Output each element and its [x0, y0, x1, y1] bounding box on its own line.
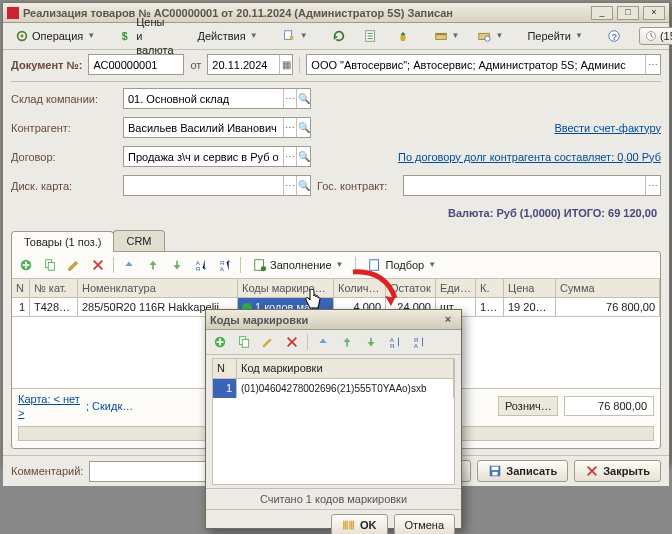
- modal-cell-n[interactable]: 1: [213, 379, 237, 398]
- col-sum[interactable]: Сумма: [556, 279, 660, 298]
- modal-edit-button[interactable]: [259, 333, 277, 351]
- col-n[interactable]: N: [12, 279, 30, 298]
- card-field[interactable]: ⋯ 🔍: [123, 175, 311, 196]
- tab-crm[interactable]: CRM: [113, 230, 164, 251]
- open-icon[interactable]: 🔍: [296, 89, 310, 108]
- org-field[interactable]: ⋯: [306, 54, 661, 75]
- warehouse-field[interactable]: ⋯ 🔍: [123, 88, 311, 109]
- modal-close-button[interactable]: ×: [439, 313, 457, 327]
- doc-date-input[interactable]: [208, 56, 279, 73]
- modal-cell-code[interactable]: (01)04604278002696(21)555T0YAAo)sxb: [237, 379, 454, 398]
- cell-disc[interactable]: ; Скидк…: [86, 399, 133, 413]
- debt-link[interactable]: По договору долг контрагента составляет:…: [398, 150, 661, 164]
- modal-cancel-button[interactable]: Отмена: [394, 514, 455, 534]
- contractor-field[interactable]: ⋯ 🔍: [123, 117, 311, 138]
- modal-ok-button[interactable]: OK: [331, 514, 388, 534]
- contract-input[interactable]: [124, 148, 283, 165]
- open-icon[interactable]: 🔍: [296, 176, 310, 195]
- move-down-button[interactable]: [168, 256, 186, 274]
- contractor-input[interactable]: [124, 119, 283, 136]
- calendar-icon[interactable]: ▦: [279, 55, 292, 74]
- move-up-button[interactable]: [144, 256, 162, 274]
- col-rest[interactable]: Остаток: [386, 279, 436, 298]
- more-icon[interactable]: ⋯: [645, 55, 660, 74]
- col-marks[interactable]: Коды маркировки: [238, 279, 334, 298]
- cell-cat[interactable]: T4284…: [30, 298, 78, 317]
- copy-row-button[interactable]: [41, 256, 59, 274]
- app-icon: [7, 7, 19, 19]
- gos-field[interactable]: ⋯: [403, 175, 661, 196]
- modal-sort-desc-button[interactable]: ЯА: [410, 333, 428, 351]
- actions-button[interactable]: Действия▼: [192, 26, 264, 46]
- delete-icon: [285, 335, 299, 349]
- open-icon[interactable]: 🔍: [296, 147, 310, 166]
- save-button[interactable]: Записать: [477, 460, 568, 482]
- delete-row-button[interactable]: [89, 256, 107, 274]
- cell-price[interactable]: 19 200…: [504, 298, 556, 317]
- modal-top-button[interactable]: [314, 333, 332, 351]
- operation-button[interactable]: Операция▼: [9, 26, 101, 46]
- col-unit[interactable]: Един…: [436, 279, 476, 298]
- more-icon[interactable]: ⋯: [283, 176, 297, 195]
- edit-row-button[interactable]: [65, 256, 83, 274]
- goto-button[interactable]: Перейти▼: [521, 26, 589, 46]
- col-k[interactable]: К.: [476, 279, 504, 298]
- add-icon: [19, 258, 33, 272]
- modal-add-button[interactable]: [211, 333, 229, 351]
- more-icon[interactable]: ⋯: [645, 176, 660, 195]
- modal-up-button[interactable]: [338, 333, 356, 351]
- pick-button[interactable]: Подбор▼: [362, 255, 442, 275]
- doc-num-field[interactable]: [88, 54, 184, 75]
- doc-num-input[interactable]: [89, 56, 183, 73]
- modal-delete-button[interactable]: [283, 333, 301, 351]
- clock-display[interactable]: (15:05:11)▼: [639, 27, 672, 45]
- cell-n[interactable]: 1: [12, 298, 30, 317]
- tab-goods[interactable]: Товары (1 поз.): [11, 231, 114, 252]
- help-button[interactable]: ?: [601, 26, 627, 46]
- contract-field[interactable]: ⋯ 🔍: [123, 146, 311, 167]
- modal-copy-button[interactable]: [235, 333, 253, 351]
- modal-col-n[interactable]: N: [213, 359, 237, 378]
- sort-desc-button[interactable]: ЯА: [216, 256, 234, 274]
- modal-title: Коды маркировки: [210, 313, 435, 327]
- warehouse-input[interactable]: [124, 90, 283, 107]
- more-icon[interactable]: ⋯: [283, 118, 297, 137]
- col-cat[interactable]: № кат.: [30, 279, 78, 298]
- doc-number-row: Документ №: от ▦ ⋯: [3, 50, 669, 79]
- more-icon[interactable]: ⋯: [283, 89, 297, 108]
- fill-button[interactable]: Заполнение▼: [247, 255, 349, 275]
- col-nom[interactable]: Номенклатура: [78, 279, 238, 298]
- doc-date-field[interactable]: ▦: [207, 54, 293, 75]
- maximize-button[interactable]: □: [617, 6, 639, 20]
- more-icon[interactable]: ⋯: [283, 147, 297, 166]
- svg-text:$: $: [122, 30, 128, 42]
- new-split-button[interactable]: ▼: [276, 26, 314, 46]
- gos-input[interactable]: [404, 177, 645, 194]
- col-qty[interactable]: Количе…: [334, 279, 386, 298]
- cell-sum[interactable]: 76 800,00: [556, 298, 660, 317]
- move-top-button[interactable]: [120, 256, 138, 274]
- separator: [307, 334, 308, 350]
- modal-down-button[interactable]: [362, 333, 380, 351]
- minimize-button[interactable]: _: [591, 6, 613, 20]
- modal-row[interactable]: 1 (01)04604278002696(21)555T0YAAo)sxb: [213, 379, 454, 398]
- drawer2-button[interactable]: ▼: [471, 26, 509, 46]
- sort-asc-button[interactable]: АЯ: [192, 256, 210, 274]
- refresh-button[interactable]: [326, 26, 352, 46]
- close-button[interactable]: Закрыть: [574, 460, 661, 482]
- open-icon[interactable]: 🔍: [296, 118, 310, 137]
- report-button[interactable]: [358, 26, 384, 46]
- drawer1-button[interactable]: ▼: [428, 26, 466, 46]
- modal-col-code[interactable]: Код маркировки: [237, 359, 454, 378]
- cell-card[interactable]: Карта: < нет >: [18, 392, 80, 420]
- add-row-button[interactable]: [17, 256, 35, 274]
- org-input[interactable]: [307, 56, 644, 73]
- close-button[interactable]: ×: [643, 6, 665, 20]
- invoice-link[interactable]: Ввести счет-фактуру: [554, 121, 661, 135]
- card-input[interactable]: [124, 177, 283, 194]
- modal-sort-asc-button[interactable]: АЯ: [386, 333, 404, 351]
- prices-button[interactable]: $ Цены и валюта: [113, 26, 179, 46]
- flag-button[interactable]: [390, 26, 416, 46]
- cell-k[interactable]: 1,0…: [476, 298, 504, 317]
- col-price[interactable]: Цена: [504, 279, 556, 298]
